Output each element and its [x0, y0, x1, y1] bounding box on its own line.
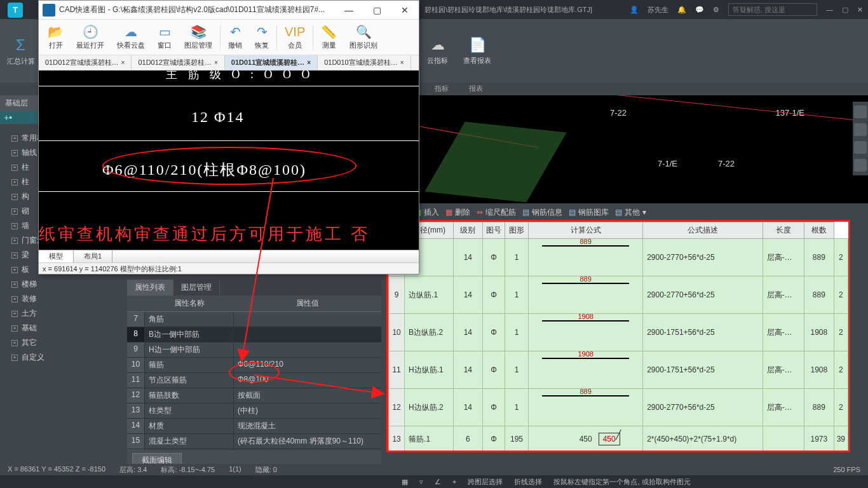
- rebar-row[interactable]: 9边纵筋.114Φ18892900-2770+56*d-25层高-…8892: [389, 276, 848, 314]
- prop-row[interactable]: 9H边一侧中部筋: [127, 342, 381, 358]
- prop-col-name: 属性名称: [145, 295, 234, 311]
- tree-item[interactable]: +装修: [0, 292, 127, 306]
- rebar-col[interactable]: 公式描述: [643, 222, 763, 239]
- cad-viewer-window: CAD快速看图 - G:\柘鑫绩溪碧桂园\结构v2.0版cad\01D011宣城…: [38, 0, 419, 274]
- cad-ribbon: 📂打开🕘最近打开☁快看云盘▭窗口📚图层管理↶撤销↷恢复VIP会员📏测量🔍图形识别: [39, 20, 419, 55]
- tab-layout1[interactable]: 布局1: [74, 250, 112, 262]
- rebar-col[interactable]: 根数: [804, 222, 834, 239]
- grid: 1(1): [229, 465, 241, 475]
- tool-icon[interactable]: [854, 105, 867, 118]
- ribbon-report-label: 查看报表: [463, 56, 491, 65]
- rebar-col[interactable]: 图形: [505, 222, 528, 239]
- hidden-count: 隐藏: 0: [255, 465, 277, 475]
- cad-ribbon-恢复[interactable]: ↷恢复: [248, 23, 275, 51]
- tree-item[interactable]: +楼梯: [0, 277, 127, 292]
- cad-file-tab[interactable]: 01D011宣城绩溪碧桂…×: [225, 55, 318, 70]
- coord-readout: X = 86361 Y = 45352 Z = -8150: [8, 465, 105, 475]
- title-path: 碧桂园\碧桂园玲珑郡地库\绩溪碧桂园玲珑郡地库.GTJ]: [424, 5, 592, 15]
- rebar-col[interactable]: 级别: [453, 222, 482, 239]
- cad-ribbon-图形识别[interactable]: 🔍图形识别: [343, 23, 384, 51]
- tab-model[interactable]: 模型: [39, 250, 74, 262]
- maximize-icon[interactable]: ▢: [842, 6, 848, 14]
- prop-row[interactable]: 15混凝土类型(碎石最大粒径40mm 坍落度90～110): [127, 434, 381, 449]
- tb-delete[interactable]: ▦删除: [445, 207, 470, 218]
- rebar-col[interactable]: 长度: [763, 222, 804, 239]
- gear-icon[interactable]: ⚙: [713, 6, 719, 14]
- search-input[interactable]: [728, 3, 817, 16]
- tool-icon[interactable]: [854, 123, 867, 136]
- minimize-icon[interactable]: —: [826, 6, 833, 13]
- tb-scale[interactable]: ⇔缩尺配筋: [477, 207, 516, 218]
- cad-file-tab[interactable]: 01D010宣城绩溪碧桂…×: [318, 55, 410, 70]
- rebar-toolbar: < > ▦插入 ▦删除 ⇔缩尺配筋 ▤钢筋信息 ▤钢筋图库 ▤其他 ▾: [386, 205, 850, 220]
- close-icon[interactable]: ✕: [391, 1, 419, 20]
- cad-app-icon: [43, 4, 55, 17]
- cad-file-tab[interactable]: 01D012宣城绩溪碧桂…×: [39, 55, 132, 70]
- tree-item[interactable]: +基础: [0, 321, 127, 336]
- cad-ribbon-撤销[interactable]: ↶撤销: [222, 23, 248, 51]
- minimize-icon[interactable]: —: [335, 1, 363, 20]
- ribbon-report[interactable]: 📄 查看报表: [456, 19, 499, 83]
- close-icon[interactable]: ✕: [857, 6, 863, 14]
- tool-icon[interactable]: [854, 141, 867, 154]
- cad-bottom-tabs: 模型 布局1: [39, 250, 419, 262]
- prop-col-val: 属性值: [234, 295, 381, 311]
- rebar-row[interactable]: 10B边纵筋.214Φ119082900-1751+56*d-25层高-…190…: [389, 314, 848, 351]
- tb-lib[interactable]: ▤钢筋图库: [569, 207, 609, 218]
- tree-item[interactable]: +其它: [0, 336, 127, 350]
- side-basic-hdr[interactable]: 基础层: [0, 95, 41, 111]
- cad-ribbon-测量[interactable]: 📏测量: [315, 23, 343, 51]
- app-logo[interactable]: T: [8, 3, 23, 18]
- cad-ribbon-窗口[interactable]: ▭窗口: [151, 23, 178, 51]
- prop-tab-layer[interactable]: 图层管理: [173, 280, 220, 295]
- cad-text: 12 Φ14: [191, 109, 245, 126]
- cad-ribbon-快看云盘[interactable]: ☁快看云盘: [111, 23, 151, 51]
- ribbon-cloud-label: 云指标: [427, 56, 448, 65]
- floor-height: 层高: 3.4: [119, 465, 147, 475]
- cad-text: 主 筋 级 O : O O O: [166, 71, 314, 82]
- cad-ribbon-图层管理[interactable]: 📚图层管理: [178, 23, 219, 51]
- rebar-row[interactable]: 14箍筋.26Φ195167450╱2*(450+167)+2*(75+1.9*…: [389, 452, 848, 453]
- rebar-col[interactable]: 图号: [483, 222, 505, 239]
- prop-row[interactable]: 12箍筋肢数按截面: [127, 388, 381, 403]
- tool-icon[interactable]: [854, 159, 867, 172]
- cad-titlebar[interactable]: CAD快速看图 - G:\柘鑫绩溪碧桂园\结构v2.0版cad\01D011宣城…: [39, 1, 419, 20]
- prompt-text: 按鼠标左键指定第一个角点, 或拾取构件图元: [553, 477, 690, 487]
- prop-row[interactable]: 7角筋: [127, 312, 381, 327]
- sum-label: 汇总计算: [7, 57, 35, 66]
- chat-icon[interactable]: 💬: [695, 6, 704, 14]
- ribbon-cloud[interactable]: ☁ 云指标: [419, 19, 456, 83]
- rebar-table[interactable]: 号直径(mm)级别图号图形计算公式公式描述长度根数 14Φ18892900-27…: [386, 220, 850, 452]
- cad-file-tab[interactable]: 01D012宣城绩溪碧桂…×: [132, 55, 224, 70]
- polyline-select[interactable]: 折线选择: [514, 477, 542, 487]
- prop-row[interactable]: 13柱类型(中柱): [127, 403, 381, 419]
- user-avatar[interactable]: 👤: [630, 6, 639, 14]
- rebar-row[interactable]: 14Φ18892900-2770+56*d-25层高-…8892: [389, 239, 848, 276]
- prop-row[interactable]: 14材质现浇混凝土: [127, 419, 381, 434]
- viewport-3d[interactable]: 7-22 137-1/E 7-1/E 7-22 13: [381, 95, 868, 203]
- cross-layer[interactable]: 跨图层选择: [468, 477, 503, 487]
- prop-row[interactable]: 10箍筋Φ6@110/210: [127, 358, 381, 373]
- maximize-icon[interactable]: ▢: [363, 1, 391, 20]
- rebar-row[interactable]: 11H边纵筋.114Φ119082900-1751+56*d-25层高-…190…: [389, 351, 848, 389]
- user-name[interactable]: 苏先生: [648, 5, 668, 15]
- prop-row[interactable]: 8B边一侧中部筋: [127, 327, 381, 342]
- cad-ribbon-最近打开[interactable]: 🕘最近打开: [70, 23, 111, 51]
- left-strip[interactable]: Σ 汇总计算: [0, 19, 41, 83]
- prop-tab-list[interactable]: 属性列表: [127, 280, 173, 295]
- side-basic-plus[interactable]: +•: [0, 111, 41, 124]
- rebar-row[interactable]: 13箍筋.16Φ195450450╱2*(450+450)+2*(75+1.9*…: [389, 426, 848, 452]
- rebar-row[interactable]: 12H边纵筋.214Φ18892900-2770+56*d-25层高-…8892: [389, 389, 848, 426]
- tree-item[interactable]: +自定义: [0, 350, 127, 365]
- prop-row[interactable]: 11节点区箍筋Φ8@100: [127, 373, 381, 388]
- tb-other[interactable]: ▤其他 ▾: [615, 207, 646, 218]
- bell-icon[interactable]: 🔔: [677, 6, 686, 14]
- cad-ribbon-打开[interactable]: 📂打开: [41, 23, 70, 51]
- cad-ribbon-会员[interactable]: VIP会员: [278, 24, 311, 51]
- tb-info[interactable]: ▤钢筋信息: [522, 207, 562, 218]
- tree-item[interactable]: +土方: [0, 306, 127, 321]
- axis-label: 7-22: [610, 108, 627, 118]
- rebar-col[interactable]: 计算公式: [529, 222, 643, 239]
- right-toolbar: [853, 102, 868, 175]
- cad-canvas[interactable]: 主 筋 级 O : O O O 12 Φ14 Φ6@110/210(柱根Φ8@1…: [39, 71, 419, 250]
